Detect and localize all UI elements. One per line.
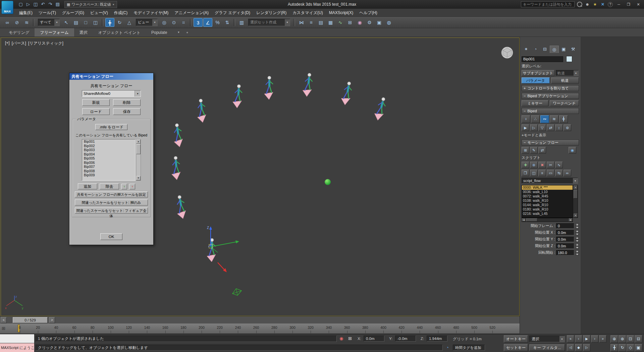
go-to-end-button[interactable]: » (599, 335, 606, 343)
scroll-thumb[interactable] (526, 218, 537, 222)
delete-button[interactable]: 削除 (113, 99, 141, 106)
layer-explorer-icon[interactable]: ▤ (316, 18, 325, 27)
maxscript-macro-recorder[interactable]: MAXScript にようこそ (0, 343, 35, 352)
cut-transition-icon[interactable]: ✂ (547, 162, 554, 168)
spinner-field[interactable]: 0.0m (556, 243, 574, 249)
rollout-biped[interactable]: − Biped (522, 108, 579, 114)
biped-list-item[interactable]: Bip004 (82, 152, 135, 157)
biped-list[interactable]: Bip001Bip002Bip003Bip004Bip005Bip006Bip0… (82, 139, 136, 181)
menu-item[interactable]: モディファイヤ(M) (130, 9, 171, 17)
close-button[interactable]: ✕ (635, 1, 642, 7)
keyboard-override-icon[interactable]: ⌗ (179, 18, 188, 27)
biped-green-icon-button[interactable]: ♀ (121, 184, 127, 189)
biped-list-scrollbar[interactable]: ▲ ▼ (136, 139, 141, 181)
save-button[interactable]: 保存 (113, 108, 141, 115)
project-folder-icon[interactable]: ▤ (54, 1, 61, 8)
biped-list-item[interactable]: Bip005 (82, 156, 135, 161)
rect-selection-region-icon[interactable]: □ (81, 18, 90, 27)
shared-motion-flow-icon[interactable]: ◉ (569, 147, 576, 154)
open-file-icon[interactable]: ▷ (25, 1, 32, 8)
rollout-assign-controller[interactable]: + コントローラを割り当て (522, 85, 579, 91)
clip-list-item[interactable]: 0108: walk_R10 (522, 198, 573, 203)
clip-list-item[interactable]: 0036: walk_L10 (522, 190, 573, 194)
redo-icon[interactable]: ↷ (47, 1, 54, 8)
figure-mode-icon[interactable]: ♀ (522, 115, 530, 123)
subobject-button[interactable]: サブオブジェクト (522, 70, 554, 76)
clip-list-hscrollbar[interactable]: ◀ ▶ (522, 218, 573, 222)
fix-scales-legs-button[interactable]: 間違ったスケールをリセット: 脚のみ (75, 199, 148, 206)
toolbar-icon[interactable] (33, 19, 35, 26)
load-biped-file-icon[interactable]: ▷ (530, 124, 538, 131)
menu-item[interactable]: アニメーション(A) (171, 9, 212, 17)
parameters-tab-button[interactable]: パラメータ (522, 77, 550, 83)
key-mode-toggle[interactable]: ◆ (575, 344, 582, 351)
shared-motion-flow-dialog[interactable]: 共有モーション フロー 共有モーション フロー SharedMoflow0 ▼ … (69, 73, 154, 245)
previous-key-button[interactable]: ◁ (567, 344, 574, 351)
y-coord-field[interactable]: -0.0m (395, 336, 416, 342)
biped-list-item[interactable]: Bip006 (82, 161, 135, 165)
menu-item[interactable]: ツール(T) (36, 9, 59, 17)
clip-list-item[interactable]: 0144: walk_R10 (522, 203, 573, 207)
favorites-star-icon[interactable]: ★ (592, 2, 598, 7)
spinner-arrows[interactable] (575, 230, 579, 235)
new-scene-icon[interactable]: ▢ (17, 1, 24, 8)
go-to-start-button[interactable]: « (567, 335, 574, 343)
biped-figure[interactable] (230, 83, 246, 112)
save-biped-file-icon[interactable]: ▽ (538, 124, 546, 131)
spinner-field[interactable]: 0.0m (556, 237, 574, 242)
select-and-link-icon[interactable]: ∞ (3, 18, 12, 27)
modify-tab[interactable]: ◔ (531, 46, 540, 53)
spinner-field[interactable]: 0.0m (556, 230, 574, 235)
menu-item[interactable]: カスタマイズ(U) (289, 9, 326, 17)
zoom-all-icon[interactable]: ⊛ (619, 335, 626, 343)
script-flow-dropdown[interactable]: script_flow ▼ (522, 178, 578, 184)
align-icon[interactable]: ≡ (307, 18, 316, 27)
biped-figure[interactable] (172, 193, 191, 223)
hierarchy-tab[interactable]: ⊟ (540, 46, 549, 53)
append-clip-icon[interactable]: ✚ (522, 162, 529, 168)
ribbon-options-icon[interactable]: ● (184, 31, 190, 34)
remove-button[interactable]: 除去 (100, 183, 119, 189)
undo-icon[interactable]: ↶ (40, 1, 46, 8)
menu-item[interactable]: グラフ エディタ(D) (212, 9, 253, 17)
unify-motion-icon[interactable]: ⇄ (538, 147, 546, 154)
scroll-down-icon[interactable]: ▼ (574, 214, 578, 218)
edit-named-sets-icon[interactable]: ▥ (237, 18, 246, 27)
z-coord-field[interactable]: 1.944m (427, 336, 447, 342)
use-pivot-center-icon[interactable]: ◎ (160, 18, 169, 27)
mixer-mode-icon[interactable]: ≋ (550, 115, 558, 123)
delete-clip-icon[interactable]: ✖ (538, 162, 546, 168)
menu-item[interactable]: レンダリング(R) (253, 9, 289, 17)
3dsmax-logo-icon[interactable]: MAX (1, 1, 13, 14)
biped-figure[interactable] (194, 97, 210, 126)
utilities-tab[interactable]: ⚒ (569, 46, 578, 53)
ribbon-tab[interactable]: オブジェクト ペイント (93, 28, 146, 37)
biped-figure[interactable] (338, 80, 356, 109)
biped-figure[interactable] (371, 95, 391, 125)
isolate-selection-icon[interactable]: ◉ (339, 336, 343, 341)
selected-set-dropdown[interactable]: 選択 ▼ (529, 336, 565, 342)
clip-list[interactable]: 0000: WALK ***0036: walk_L100072: walk_R… (522, 185, 573, 218)
select-and-move-icon[interactable]: ╋ (105, 18, 114, 27)
exchange-icon[interactable]: ✕ (600, 2, 605, 7)
fix-scales-figure-button[interactable]: 間違ったスケールをリセット: フィギュア全体 (75, 208, 148, 214)
buffer-mode-icon[interactable]: ⊚ (564, 124, 571, 131)
help-icon[interactable]: ? (608, 2, 613, 7)
render-setup-icon[interactable]: ⚙ (365, 18, 374, 27)
mixer-button[interactable]: ミキサー (522, 100, 548, 106)
biped-red-icon-button[interactable]: ♀ (129, 184, 135, 189)
motion-tab[interactable]: ◎ (550, 46, 559, 53)
time-slider-handle[interactable]: 0 / 529 (13, 317, 48, 323)
unlink-selection-icon[interactable]: ⊘ (12, 18, 21, 27)
toolbar-icon[interactable] (102, 19, 104, 26)
scroll-thumb[interactable] (574, 190, 578, 198)
add-button[interactable]: 追加 (78, 183, 97, 189)
load-mfe-button[interactable]: .mfe をロード (95, 124, 127, 130)
transition-mode-icon[interactable]: ⇆ (555, 170, 563, 176)
footstep-mode-icon[interactable]: ∴ (531, 115, 540, 123)
clip-mode-icon[interactable]: ▭ (547, 170, 554, 176)
copy-script-icon[interactable]: ❐ (522, 170, 529, 176)
rollout-biped-apps[interactable]: − Biped アプリケーション (522, 93, 579, 99)
biped-figure[interactable] (169, 155, 184, 183)
selection-filter-dropdown[interactable]: すべて ▼ (38, 19, 60, 26)
